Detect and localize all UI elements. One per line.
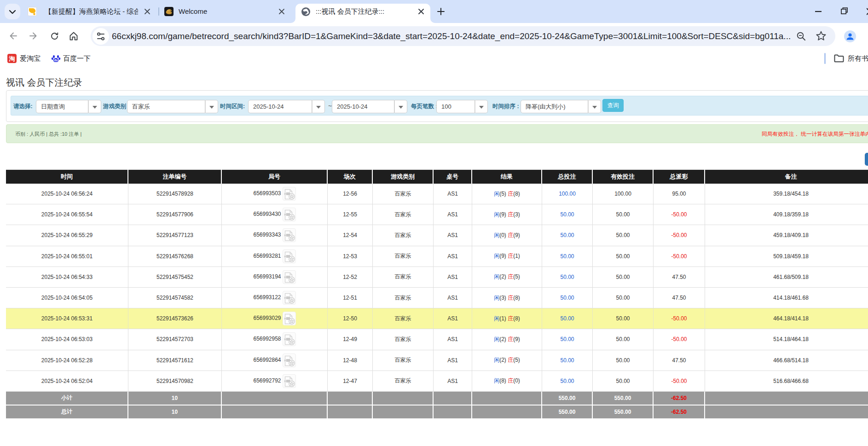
svg-text:淘: 淘 bbox=[9, 55, 15, 62]
svg-text:du: du bbox=[54, 58, 58, 62]
